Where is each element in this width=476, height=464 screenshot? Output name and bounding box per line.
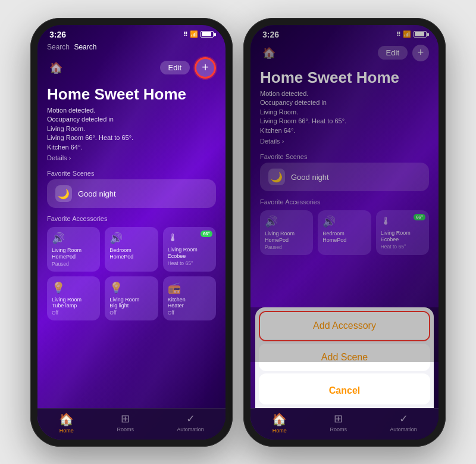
home-status-1: Motion detected. Occupancy detected in L… [47, 106, 216, 152]
plus-icon-1: + [202, 61, 209, 74]
top-right-btns-1: Edit + [160, 57, 216, 79]
grid-icon: ⠿ [183, 31, 187, 38]
dimmed-overlay [250, 25, 439, 362]
accessories-grid-1: 🔊 Living RoomHomePod Paused 🔊 BedroomHom… [37, 225, 226, 323]
tab-rooms-2[interactable]: ⊞ Rooms [330, 412, 347, 434]
phone-1-screen: 3:26 ⠿ 📶 Search Search 🏠 Edit [37, 25, 226, 440]
accessory-kitchen-heater[interactable]: 📻 KitchenHeater Off [163, 276, 216, 321]
automation-tab-label: Automation [177, 426, 204, 432]
tab-automation-2[interactable]: ✓ Automation [390, 412, 417, 434]
accessory-name-3: Living RoomEcobee [168, 247, 211, 260]
heater-icon: 📻 [168, 281, 211, 294]
homepod-icon-1: 🔊 [52, 232, 95, 245]
search-text: Search [74, 43, 96, 51]
rooms-tab-icon-2: ⊞ [334, 412, 343, 425]
time-1: 3:26 [49, 30, 66, 39]
automation-tab-icon: ✓ [186, 412, 195, 425]
accessory-name-1: Living RoomHomePod [52, 247, 95, 260]
accessory-ecobee[interactable]: 66° 🌡 Living RoomEcobee Heat to 65° [163, 227, 216, 272]
scene-icon-1: 🌙 [55, 185, 72, 202]
top-bar-1: 🏠 Edit + [37, 55, 226, 83]
phone-2: 3:26 ⠿ 📶 🏠 Edit + [243, 18, 446, 447]
accessory-name-5: Living RoomBig light [109, 297, 153, 310]
rooms-tab-icon: ⊞ [121, 412, 130, 425]
add-button-1-highlighted[interactable]: + [195, 57, 216, 79]
phones-container: 3:26 ⠿ 📶 Search Search 🏠 Edit [18, 6, 458, 459]
accessory-big-light[interactable]: 💡 Living RoomBig light Off [105, 276, 158, 321]
accessory-tube-lamp[interactable]: 💡 Living RoomTube lamp Off [47, 276, 100, 321]
phone-2-screen: 3:26 ⠿ 📶 🏠 Edit + [250, 25, 439, 440]
tab-home-1[interactable]: 🏠 Home [59, 412, 74, 434]
tab-bar-1: 🏠 Home ⊞ Rooms ✓ Automation [37, 408, 226, 440]
tab-bar-2: 🏠 Home ⊞ Rooms ✓ Automation [250, 408, 439, 440]
cancel-button[interactable]: Cancel [259, 377, 430, 404]
search-bar: Search Search [37, 42, 226, 55]
accessory-status-5: Off [109, 310, 153, 316]
automation-tab-icon-2: ✓ [399, 412, 408, 425]
home-tab-icon: 🏠 [59, 412, 74, 426]
accessory-bedroom-homepod[interactable]: 🔊 BedroomHomePod [105, 227, 158, 272]
accessory-name-2: BedroomHomePod [109, 247, 153, 260]
tab-rooms-1[interactable]: ⊞ Rooms [117, 412, 134, 434]
scene-name-1: Good night [78, 189, 116, 198]
accessory-status-6: Off [168, 310, 211, 316]
tab-home-2[interactable]: 🏠 Home [272, 412, 287, 434]
accessory-name-4: Living RoomTube lamp [52, 297, 95, 310]
home-title-area-1: Home Sweet Home Motion detected. Occupan… [37, 83, 226, 166]
home-title-1: Home Sweet Home [47, 86, 216, 103]
home-tab-label-2: Home [273, 428, 287, 434]
homepod-icon-2: 🔊 [109, 232, 153, 245]
lamp-icon-1: 💡 [52, 281, 95, 294]
accessory-name-6: KitchenHeater [168, 297, 211, 310]
status-icons-1: ⠿ 📶 [183, 30, 214, 38]
home-tab-icon-2: 🏠 [272, 412, 287, 426]
accessory-status-4: Off [52, 310, 95, 316]
phone-1: 3:26 ⠿ 📶 Search Search 🏠 Edit [30, 18, 233, 447]
battery-icon [201, 31, 214, 38]
automation-tab-label-2: Automation [390, 426, 417, 432]
accessory-status-1: Paused [52, 261, 95, 267]
accessories-section-label-1: Favorite Accessories [37, 210, 226, 225]
rooms-tab-label: Rooms [117, 426, 134, 432]
edit-button-1[interactable]: Edit [160, 61, 190, 74]
status-bar-1: 3:26 ⠿ 📶 [37, 25, 226, 42]
lamp-icon-2: 💡 [109, 281, 153, 294]
home-nav-icon[interactable]: 🏠 [47, 59, 65, 77]
home-tab-label: Home [60, 428, 74, 434]
details-link-1[interactable]: Details › [47, 154, 216, 161]
temp-badge: 66° [201, 231, 212, 237]
wifi-icon: 📶 [190, 30, 198, 38]
rooms-tab-label-2: Rooms [330, 426, 347, 432]
tab-automation-1[interactable]: ✓ Automation [177, 412, 204, 434]
accessory-living-room-homepod[interactable]: 🔊 Living RoomHomePod Paused [47, 227, 100, 272]
accessory-status-3: Heat to 65° [168, 260, 211, 266]
good-night-scene-1[interactable]: 🌙 Good night [47, 179, 216, 208]
search-label: Search [47, 43, 70, 51]
scenes-section-label-1: Favorite Scenes [37, 165, 226, 179]
